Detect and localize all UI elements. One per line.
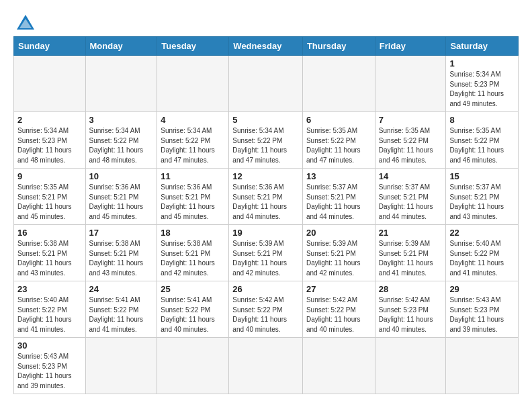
day-info: Sunrise: 5:36 AM Sunset: 5:21 PM Dayligh… (89, 183, 154, 222)
calendar-day-cell: 11Sunrise: 5:36 AM Sunset: 5:21 PM Dayli… (157, 169, 229, 225)
day-number: 5 (232, 115, 299, 125)
calendar-day-cell (446, 338, 519, 394)
calendar-day-cell: 27Sunrise: 5:42 AM Sunset: 5:22 PM Dayli… (302, 281, 375, 338)
day-number: 4 (161, 115, 225, 125)
day-number: 15 (449, 171, 515, 181)
day-number: 8 (449, 115, 515, 125)
day-number: 7 (379, 115, 443, 125)
day-info: Sunrise: 5:43 AM Sunset: 5:23 PM Dayligh… (17, 352, 82, 391)
day-number: 20 (306, 228, 371, 238)
calendar-day-cell: 5Sunrise: 5:34 AM Sunset: 5:22 PM Daylig… (229, 112, 303, 169)
col-header-monday: Monday (85, 37, 157, 56)
col-header-wednesday: Wednesday (229, 37, 303, 56)
day-number: 6 (306, 115, 371, 125)
page: SundayMondayTuesdayWednesdayThursdayFrid… (0, 0, 532, 401)
day-info: Sunrise: 5:37 AM Sunset: 5:21 PM Dayligh… (306, 183, 371, 222)
calendar-day-cell: 24Sunrise: 5:41 AM Sunset: 5:22 PM Dayli… (85, 281, 157, 338)
header (13, 11, 519, 31)
day-number: 28 (379, 284, 443, 294)
day-info: Sunrise: 5:41 AM Sunset: 5:22 PM Dayligh… (161, 295, 225, 334)
col-header-thursday: Thursday (302, 37, 375, 56)
calendar-day-cell (375, 56, 446, 112)
day-info: Sunrise: 5:36 AM Sunset: 5:21 PM Dayligh… (232, 183, 299, 222)
calendar-week-row: 2Sunrise: 5:34 AM Sunset: 5:23 PM Daylig… (14, 112, 519, 169)
day-number: 26 (232, 284, 299, 294)
day-number: 14 (379, 171, 443, 181)
calendar-header-row: SundayMondayTuesdayWednesdayThursdayFrid… (14, 37, 519, 56)
day-info: Sunrise: 5:42 AM Sunset: 5:23 PM Dayligh… (379, 295, 443, 334)
day-number: 1 (449, 58, 515, 68)
day-info: Sunrise: 5:37 AM Sunset: 5:21 PM Dayligh… (379, 183, 443, 222)
day-number: 24 (89, 284, 154, 294)
day-info: Sunrise: 5:35 AM Sunset: 5:22 PM Dayligh… (379, 126, 443, 165)
day-info: Sunrise: 5:39 AM Sunset: 5:21 PM Dayligh… (232, 239, 299, 278)
calendar-day-cell: 22Sunrise: 5:40 AM Sunset: 5:22 PM Dayli… (446, 225, 519, 281)
calendar-day-cell: 8Sunrise: 5:35 AM Sunset: 5:22 PM Daylig… (446, 112, 519, 169)
calendar-week-row: 23Sunrise: 5:40 AM Sunset: 5:22 PM Dayli… (14, 281, 519, 338)
calendar-day-cell: 2Sunrise: 5:34 AM Sunset: 5:23 PM Daylig… (14, 112, 86, 169)
calendar-day-cell (302, 56, 375, 112)
day-number: 21 (379, 228, 443, 238)
day-info: Sunrise: 5:41 AM Sunset: 5:22 PM Dayligh… (89, 295, 154, 334)
calendar-week-row: 16Sunrise: 5:38 AM Sunset: 5:21 PM Dayli… (14, 225, 519, 281)
calendar-week-row: 30Sunrise: 5:43 AM Sunset: 5:23 PM Dayli… (14, 338, 519, 394)
day-number: 27 (306, 284, 371, 294)
day-info: Sunrise: 5:38 AM Sunset: 5:21 PM Dayligh… (17, 239, 82, 278)
calendar-day-cell (229, 56, 303, 112)
day-info: Sunrise: 5:40 AM Sunset: 5:22 PM Dayligh… (449, 239, 515, 278)
calendar-day-cell: 17Sunrise: 5:38 AM Sunset: 5:21 PM Dayli… (85, 225, 157, 281)
day-number: 9 (17, 171, 82, 181)
calendar-day-cell (85, 338, 157, 394)
day-info: Sunrise: 5:43 AM Sunset: 5:23 PM Dayligh… (449, 295, 515, 334)
day-number: 22 (449, 228, 515, 238)
day-info: Sunrise: 5:35 AM Sunset: 5:22 PM Dayligh… (449, 126, 515, 165)
calendar-day-cell: 9Sunrise: 5:35 AM Sunset: 5:21 PM Daylig… (14, 169, 86, 225)
day-info: Sunrise: 5:38 AM Sunset: 5:21 PM Dayligh… (161, 239, 225, 278)
calendar-week-row: 9Sunrise: 5:35 AM Sunset: 5:21 PM Daylig… (14, 169, 519, 225)
calendar-day-cell (157, 56, 229, 112)
calendar-day-cell: 25Sunrise: 5:41 AM Sunset: 5:22 PM Dayli… (157, 281, 229, 338)
col-header-friday: Friday (375, 37, 446, 56)
day-info: Sunrise: 5:40 AM Sunset: 5:22 PM Dayligh… (17, 295, 82, 334)
calendar-day-cell: 26Sunrise: 5:42 AM Sunset: 5:22 PM Dayli… (229, 281, 303, 338)
calendar-day-cell: 28Sunrise: 5:42 AM Sunset: 5:23 PM Dayli… (375, 281, 446, 338)
day-number: 19 (232, 228, 299, 238)
calendar-day-cell (302, 338, 375, 394)
day-info: Sunrise: 5:39 AM Sunset: 5:21 PM Dayligh… (306, 239, 371, 278)
calendar-day-cell (14, 56, 86, 112)
day-number: 3 (89, 115, 154, 125)
day-number: 11 (161, 171, 225, 181)
day-number: 2 (17, 115, 82, 125)
calendar-day-cell: 16Sunrise: 5:38 AM Sunset: 5:21 PM Dayli… (14, 225, 86, 281)
day-info: Sunrise: 5:34 AM Sunset: 5:22 PM Dayligh… (161, 126, 225, 165)
day-number: 29 (449, 284, 515, 294)
calendar-day-cell: 14Sunrise: 5:37 AM Sunset: 5:21 PM Dayli… (375, 169, 446, 225)
calendar-day-cell: 12Sunrise: 5:36 AM Sunset: 5:21 PM Dayli… (229, 169, 303, 225)
day-info: Sunrise: 5:37 AM Sunset: 5:21 PM Dayligh… (449, 183, 515, 222)
calendar-day-cell: 13Sunrise: 5:37 AM Sunset: 5:21 PM Dayli… (302, 169, 375, 225)
calendar-day-cell (375, 338, 446, 394)
calendar-day-cell: 15Sunrise: 5:37 AM Sunset: 5:21 PM Dayli… (446, 169, 519, 225)
calendar-day-cell (229, 338, 303, 394)
calendar-day-cell: 29Sunrise: 5:43 AM Sunset: 5:23 PM Dayli… (446, 281, 519, 338)
calendar-day-cell: 10Sunrise: 5:36 AM Sunset: 5:21 PM Dayli… (85, 169, 157, 225)
calendar-day-cell: 18Sunrise: 5:38 AM Sunset: 5:21 PM Dayli… (157, 225, 229, 281)
day-number: 13 (306, 171, 371, 181)
day-info: Sunrise: 5:42 AM Sunset: 5:22 PM Dayligh… (232, 295, 299, 334)
day-info: Sunrise: 5:34 AM Sunset: 5:23 PM Dayligh… (17, 126, 82, 165)
day-number: 25 (161, 284, 225, 294)
day-info: Sunrise: 5:35 AM Sunset: 5:22 PM Dayligh… (306, 126, 371, 165)
calendar-day-cell: 1Sunrise: 5:34 AM Sunset: 5:23 PM Daylig… (446, 56, 519, 112)
calendar-day-cell: 6Sunrise: 5:35 AM Sunset: 5:22 PM Daylig… (302, 112, 375, 169)
calendar-day-cell: 3Sunrise: 5:34 AM Sunset: 5:22 PM Daylig… (85, 112, 157, 169)
day-number: 10 (89, 171, 154, 181)
logo-icon (15, 13, 36, 31)
col-header-saturday: Saturday (446, 37, 519, 56)
day-info: Sunrise: 5:34 AM Sunset: 5:22 PM Dayligh… (232, 126, 299, 165)
day-info: Sunrise: 5:36 AM Sunset: 5:21 PM Dayligh… (161, 183, 225, 222)
calendar-week-row: 1Sunrise: 5:34 AM Sunset: 5:23 PM Daylig… (14, 56, 519, 112)
calendar-day-cell: 4Sunrise: 5:34 AM Sunset: 5:22 PM Daylig… (157, 112, 229, 169)
day-number: 30 (17, 340, 82, 351)
logo (13, 13, 36, 31)
day-info: Sunrise: 5:34 AM Sunset: 5:22 PM Dayligh… (89, 126, 154, 165)
